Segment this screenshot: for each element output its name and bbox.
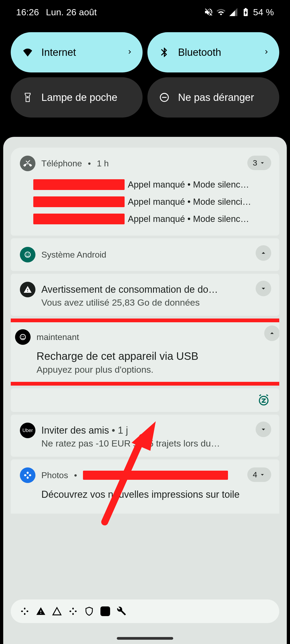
warning-mini-icon [36, 606, 46, 616]
gesture-home-handle[interactable] [117, 637, 173, 640]
notification-android-system-header[interactable]: Système Android [11, 238, 279, 271]
phone-missed-icon [20, 156, 35, 171]
status-bar: 16:26 Lun. 26 août 54 % [0, 0, 290, 24]
svg-point-6 [21, 336, 22, 337]
quick-settings: Internet Bluetooth Lampe de poche Ne pas… [0, 24, 290, 128]
qs-bluetooth[interactable]: Bluetooth [147, 32, 279, 72]
android-system-icon [20, 247, 35, 262]
photos-count-badge[interactable]: 4 [247, 467, 271, 482]
notification-app-name: Téléphone [41, 159, 82, 169]
notification-shade: Téléphone • 1 h 3 Appel manqué • Mode si… [3, 137, 287, 644]
missed-call-row: Appel manqué • Mode silenc… [33, 210, 270, 228]
wifi-filled-icon [22, 47, 33, 58]
notification-subtext: Appuyez pour plus d'options. [37, 362, 279, 375]
qs-dnd-label: Ne pas déranger [178, 92, 254, 103]
triangle-outline-icon [52, 606, 62, 616]
flashlight-icon [22, 92, 33, 103]
qs-flashlight[interactable]: Lampe de poche [11, 77, 143, 118]
redacted-caller [33, 214, 125, 224]
qs-dnd[interactable]: Ne pas déranger [147, 77, 279, 118]
notification-data-warning[interactable]: Avertissement de consommation de do… Vou… [11, 274, 279, 316]
notification-usb-charging[interactable]: maintenant Recharge de cet appareil via … [11, 319, 279, 386]
svg-point-4 [28, 254, 29, 254]
signal-icon [229, 7, 238, 17]
expand-button[interactable] [256, 281, 271, 296]
svg-line-9 [259, 395, 261, 396]
notification-title: Découvrez vos nouvelles impressions sur … [41, 489, 270, 500]
notification-photos[interactable]: Photos • 4 Découvrez vos nouvelles impre… [11, 459, 279, 514]
notification-title: Inviter des amis • 1 j [41, 425, 270, 436]
redacted-caller [33, 196, 125, 207]
chevron-down-icon [259, 159, 266, 166]
highlight-annotation: maintenant Recharge de cet appareil via … [11, 319, 279, 386]
bluetooth-icon [159, 47, 170, 58]
status-battery-pct: 54 % [253, 7, 274, 17]
warning-icon [20, 282, 35, 297]
notification-title: Avertissement de consommation de do… [41, 284, 270, 295]
chevron-down-icon [259, 284, 267, 292]
notification-app-name: Système Android [41, 250, 106, 260]
collapse-button[interactable] [256, 245, 271, 261]
chevron-right-icon [263, 47, 270, 58]
expand-button[interactable] [256, 422, 271, 437]
wifi-icon [216, 7, 226, 17]
chevron-down-icon [259, 425, 267, 433]
photos-mini-icon [20, 606, 30, 616]
chevron-up-icon [259, 249, 267, 257]
redacted-account [83, 471, 228, 480]
uber-icon: Uber [20, 423, 35, 438]
qs-bluetooth-label: Bluetooth [178, 47, 221, 58]
mute-icon [204, 7, 213, 17]
chevron-down-icon [259, 471, 266, 478]
notification-uber[interactable]: Uber Inviter des amis • 1 j Ne ratez pas… [11, 415, 279, 457]
qs-flashlight-label: Lampe de poche [41, 92, 117, 103]
android-system-icon [15, 329, 31, 345]
dnd-icon [159, 92, 170, 103]
qs-internet[interactable]: Internet [11, 32, 143, 72]
missed-call-row: Appel manqué • Mode silenci… [33, 193, 270, 210]
silent-notifications-tray[interactable] [11, 599, 279, 623]
status-time: 16:26 [16, 7, 39, 17]
notification-app-name: Photos [41, 470, 68, 480]
status-icons: 54 % [204, 7, 274, 17]
notification-phone[interactable]: Téléphone • 1 h 3 Appel manqué • Mode si… [11, 148, 279, 236]
missed-call-row: Appel manqué • Mode silenc… [33, 176, 270, 193]
wrench-mini-icon [117, 606, 126, 616]
notification-age: maintenant [37, 332, 79, 342]
photos-icon [20, 467, 35, 483]
phone-count-badge[interactable]: 3 [247, 156, 271, 170]
redacted-caller [33, 179, 125, 190]
alarm-snooze-icon [257, 394, 270, 407]
svg-line-10 [266, 395, 268, 396]
svg-point-3 [26, 254, 27, 254]
collapse-button[interactable] [264, 325, 279, 341]
chevron-up-icon [268, 329, 276, 337]
photos-mini-icon [68, 606, 78, 616]
notification-age: 1 h [97, 159, 108, 169]
notification-alarm[interactable] [11, 388, 279, 412]
notification-title: Recharge de cet appareil via USB [37, 350, 279, 362]
shield-mini-icon [84, 606, 94, 616]
chevron-right-icon [126, 47, 133, 58]
battery-charging-icon [241, 7, 251, 17]
notification-subtext: Ne ratez pas -10 EUR sur 5 trajets lors … [41, 436, 270, 449]
qs-internet-label: Internet [41, 47, 76, 58]
notification-subtext: Vous avez utilisé 25,83 Go de données [41, 295, 270, 308]
status-date: Lun. 26 août [46, 7, 97, 17]
svg-point-7 [23, 336, 24, 337]
wear-mini-icon [100, 606, 110, 616]
